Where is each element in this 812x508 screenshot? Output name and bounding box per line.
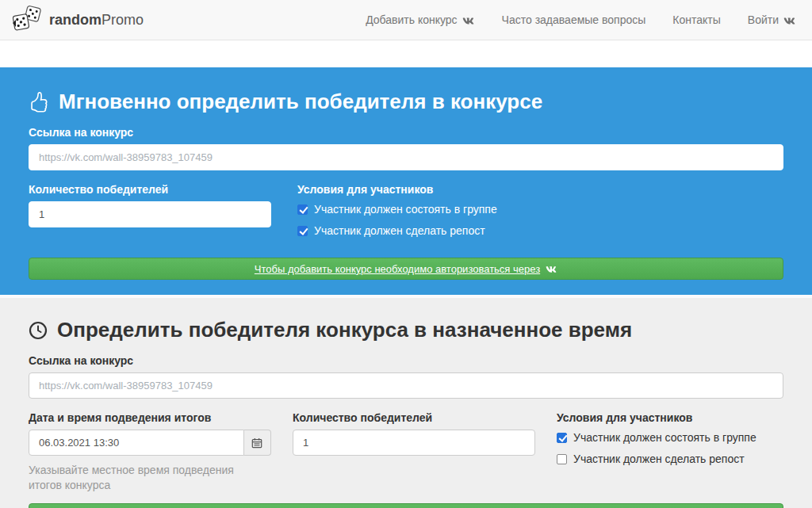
winners-count-input[interactable] [29, 201, 271, 227]
nav-faq[interactable]: Часто задаваемые вопросы [502, 13, 646, 26]
datetime-picker-button[interactable] [244, 430, 271, 456]
datetime-label: Дата и время подведения итогов [29, 411, 271, 424]
datetime-input[interactable] [29, 430, 244, 456]
conditions-label: Условия для участников [297, 183, 783, 196]
checkbox-repost[interactable] [297, 226, 308, 236]
scheduled-winner-section: Определить победителя конкурса в назначе… [0, 298, 812, 508]
instant-winner-section: Мгновенно определить победителя в конкур… [0, 67, 812, 295]
contest-link-input[interactable] [29, 144, 783, 170]
conditions-label: Условия для участников [557, 411, 783, 424]
brand-logo[interactable]: randomPromo [11, 6, 144, 34]
datetime-column: Дата и время подведения итогов Указывайт… [29, 411, 271, 493]
nav-login[interactable]: Войти [748, 13, 796, 26]
instant-section-title: Мгновенно определить победителя в конкур… [29, 90, 783, 114]
condition-in-group[interactable]: Участник должен состоять в группе [557, 431, 783, 444]
winners-count-column: Количество победителей [293, 411, 535, 456]
vk-icon [783, 16, 796, 26]
winners-count-label: Количество победителей [293, 411, 535, 424]
contest-link-label: Ссылка на конкурс [29, 126, 783, 139]
header-spacer [0, 40, 812, 67]
calendar-icon [251, 437, 262, 449]
clock-icon [29, 321, 48, 340]
vk-icon [545, 265, 557, 274]
condition-repost[interactable]: Участник должен сделать репост [297, 224, 783, 237]
condition-repost[interactable]: Участник должен сделать репост [557, 453, 783, 465]
condition-in-group[interactable]: Участник должен состоять в группе [297, 203, 783, 216]
auth-via-vk-button[interactable]: Чтобы добавить конкурс необходимо автори… [29, 503, 783, 508]
conditions-column: Условия для участников Участник должен с… [557, 411, 783, 474]
contest-link-input[interactable] [29, 372, 783, 399]
checkbox-repost[interactable] [557, 454, 567, 464]
auth-via-vk-button[interactable]: Чтобы добавить конкурс необходимо автори… [29, 258, 783, 280]
checkbox-in-group[interactable] [557, 433, 567, 443]
winners-count-label: Количество победителей [29, 183, 271, 196]
top-navbar: randomPromo Добавить конкурс Часто задав… [0, 0, 812, 40]
winners-count-column: Количество победителей [29, 183, 271, 227]
contest-link-label: Ссылка на конкурс [29, 354, 783, 367]
winners-count-input[interactable] [293, 430, 535, 456]
checkbox-in-group[interactable] [297, 204, 308, 215]
conditions-column: Условия для участников Участник должен с… [297, 183, 783, 246]
main-nav: Добавить конкурс Часто задаваемые вопрос… [366, 13, 801, 26]
scheduled-section-title: Определить победителя конкурса в назначе… [29, 318, 783, 342]
dice-logo-icon [11, 6, 44, 34]
vk-icon [462, 16, 475, 26]
thumbs-up-icon [29, 92, 49, 113]
nav-contacts[interactable]: Контакты [672, 13, 720, 26]
brand-name: randomPromo [49, 12, 144, 29]
nav-add-contest[interactable]: Добавить конкурс [366, 13, 474, 26]
datetime-help-text: Указывайте местное время подведения итог… [29, 463, 266, 493]
